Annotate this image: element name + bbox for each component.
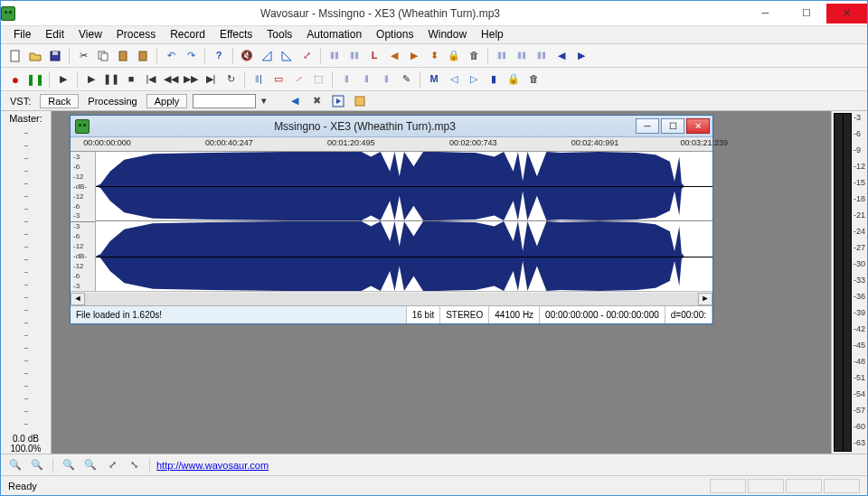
vst-play-icon[interactable] bbox=[330, 93, 346, 109]
wave1-icon[interactable]: ⫴⫴ bbox=[326, 47, 344, 65]
marker-red-icon[interactable]: L bbox=[365, 47, 383, 65]
doc-titlebar[interactable]: Mssingno - XE3 (Wheathin Turn).mp3 ─ ☐ ✕ bbox=[71, 116, 712, 137]
scroll-right-icon[interactable]: ► bbox=[698, 293, 712, 305]
vst-select[interactable] bbox=[193, 94, 256, 108]
vst-rack-button[interactable]: Rack bbox=[40, 94, 79, 108]
marker-next-icon[interactable]: ▷ bbox=[465, 70, 483, 89]
doc-close-button[interactable]: ✕ bbox=[686, 118, 710, 134]
menu-file[interactable]: File bbox=[6, 26, 38, 43]
fadeout-icon[interactable] bbox=[278, 47, 296, 65]
waveform-area[interactable]: -3 -6 -12 -dB- -12 -6 -3 -3 -6 bbox=[71, 152, 712, 291]
marker-lock-icon[interactable]: 🔒 bbox=[505, 70, 523, 89]
menu-automation[interactable]: Automation bbox=[299, 26, 369, 43]
marker-del-icon[interactable]: ⬍ bbox=[425, 47, 443, 65]
pause-rec-icon[interactable]: ❚❚ bbox=[26, 70, 44, 89]
menu-view[interactable]: View bbox=[71, 26, 109, 43]
mute-icon[interactable]: 🔇 bbox=[238, 47, 256, 65]
marker-split-icon[interactable]: ▮ bbox=[485, 70, 503, 89]
record-icon[interactable]: ● bbox=[6, 70, 24, 89]
repeat-icon[interactable]: ↻ bbox=[222, 70, 240, 89]
close-button[interactable]: ✕ bbox=[826, 4, 867, 23]
cut-icon[interactable]: ✂ bbox=[74, 47, 92, 65]
vst-arrow-icon[interactable]: ◀ bbox=[287, 93, 303, 109]
crop-icon[interactable]: ⬚ bbox=[309, 70, 327, 89]
skip-back-icon[interactable]: ◀ bbox=[552, 47, 571, 65]
zoom-out-icon[interactable]: 🔍 bbox=[28, 456, 46, 474]
scroll-track[interactable] bbox=[85, 293, 698, 305]
timeline[interactable]: 00:00:00:000 00:00:40:247 00:01:20:495 0… bbox=[71, 137, 712, 152]
help-icon[interactable]: ? bbox=[210, 47, 228, 65]
wave-c-icon[interactable]: ⫴ bbox=[377, 70, 395, 89]
menu-record[interactable]: Record bbox=[163, 26, 212, 43]
new-icon[interactable] bbox=[6, 47, 24, 65]
redo-icon[interactable]: ↷ bbox=[182, 47, 200, 65]
titlebar[interactable]: Wavosaur - Mssingno - XE3 (Wheathin Turn… bbox=[1, 1, 867, 26]
svg-rect-2 bbox=[52, 51, 58, 55]
vst-x-icon[interactable]: ✖ bbox=[308, 93, 325, 109]
menu-tools[interactable]: Tools bbox=[259, 26, 299, 43]
zoom-reset-icon[interactable]: ⤡ bbox=[125, 456, 143, 474]
play-loop-icon[interactable]: ▶ bbox=[54, 70, 72, 89]
zoom-v-icon[interactable]: ⤢ bbox=[103, 456, 121, 474]
wave-a-icon[interactable]: ⫴ bbox=[337, 70, 355, 89]
zoom-sel-icon[interactable]: 🔍 bbox=[60, 456, 78, 474]
menu-process[interactable]: Process bbox=[109, 26, 163, 43]
menu-help[interactable]: Help bbox=[474, 26, 511, 43]
cue2-icon[interactable]: ⫴⫴ bbox=[513, 47, 531, 65]
undo-icon[interactable]: ↶ bbox=[162, 47, 180, 65]
h-scrollbar[interactable]: ◄ ► bbox=[71, 291, 712, 305]
db-label: -dB- bbox=[73, 252, 95, 260]
doc-minimize-button[interactable]: ─ bbox=[636, 118, 659, 134]
zoom-in-icon[interactable]: 🔍 bbox=[6, 456, 24, 474]
vst-apply-button[interactable]: Apply bbox=[146, 94, 188, 108]
pause-icon[interactable]: ❚❚ bbox=[102, 70, 120, 89]
fadein-icon[interactable] bbox=[258, 47, 276, 65]
vst-processing-label: Processing bbox=[84, 95, 140, 108]
menu-edit[interactable]: Edit bbox=[38, 26, 71, 43]
marker-trash-icon[interactable]: 🗑 bbox=[524, 70, 542, 89]
lock-icon[interactable]: 🔒 bbox=[445, 47, 463, 65]
skip-fwd-icon[interactable]: ▶ bbox=[572, 47, 590, 65]
chevron-down-icon[interactable]: ▾ bbox=[261, 96, 267, 106]
master-slider[interactable] bbox=[1, 124, 51, 434]
end-icon[interactable]: ▶| bbox=[202, 70, 220, 89]
waveform-right[interactable] bbox=[96, 221, 712, 291]
cue-icon[interactable]: ⫴⫴ bbox=[493, 47, 511, 65]
ffwd-icon[interactable]: ▶▶ bbox=[182, 70, 200, 89]
wave2-icon[interactable]: ⫴⫴ bbox=[345, 47, 363, 65]
marker-right-icon[interactable]: ▶ bbox=[405, 47, 423, 65]
trash-icon[interactable]: 🗑 bbox=[465, 47, 483, 65]
maximize-button[interactable]: ☐ bbox=[786, 4, 826, 23]
open-icon[interactable] bbox=[26, 47, 44, 65]
scroll-left-icon[interactable]: ◄ bbox=[71, 293, 85, 305]
waveform-canvas[interactable] bbox=[96, 152, 712, 291]
stop-icon[interactable]: ■ bbox=[122, 70, 140, 89]
select-icon[interactable]: ⫴| bbox=[250, 70, 268, 89]
website-link[interactable]: http://www.wavosaur.com bbox=[156, 460, 269, 471]
marker-left-icon[interactable]: ◀ bbox=[385, 47, 403, 65]
rew-icon[interactable]: ◀◀ bbox=[162, 70, 180, 89]
region-icon[interactable]: ▭ bbox=[269, 70, 288, 89]
doc-maximize-button[interactable]: ☐ bbox=[661, 118, 684, 134]
zoom-fit-icon[interactable]: 🔍 bbox=[81, 456, 99, 474]
marker-m-icon[interactable]: M bbox=[425, 70, 443, 89]
normalize-icon[interactable]: ⤢ bbox=[297, 47, 316, 65]
menu-effects[interactable]: Effects bbox=[212, 26, 259, 43]
menubar: File Edit View Process Record Effects To… bbox=[1, 26, 867, 44]
marker-prev-icon[interactable]: ◁ bbox=[445, 70, 463, 89]
save-icon[interactable] bbox=[46, 47, 64, 65]
menu-options[interactable]: Options bbox=[369, 26, 420, 43]
vst-config-icon[interactable] bbox=[352, 93, 368, 109]
copy-icon[interactable] bbox=[94, 47, 112, 65]
pencil-icon[interactable]: ✎ bbox=[397, 70, 415, 89]
start-icon[interactable]: |◀ bbox=[142, 70, 160, 89]
wave-b-icon[interactable]: ⫴ bbox=[357, 70, 375, 89]
paste-special-icon[interactable] bbox=[134, 47, 152, 65]
envelope-icon[interactable]: ⟋ bbox=[289, 70, 307, 89]
play-icon[interactable]: ▶ bbox=[82, 70, 100, 89]
menu-window[interactable]: Window bbox=[420, 26, 474, 43]
minimize-button[interactable]: ─ bbox=[745, 4, 786, 23]
paste-icon[interactable] bbox=[114, 47, 132, 65]
cue3-icon[interactable]: ⫴⫴ bbox=[533, 47, 551, 65]
waveform-left[interactable] bbox=[96, 152, 712, 221]
